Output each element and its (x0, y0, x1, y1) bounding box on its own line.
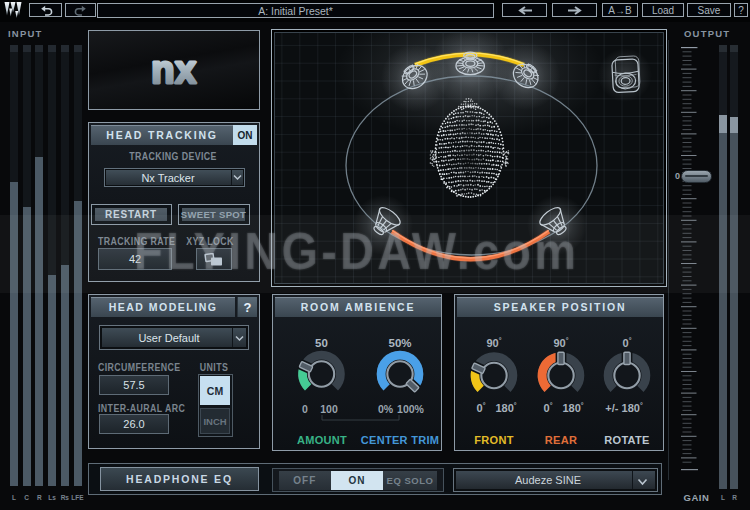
svg-text:nx: nx (151, 49, 196, 91)
